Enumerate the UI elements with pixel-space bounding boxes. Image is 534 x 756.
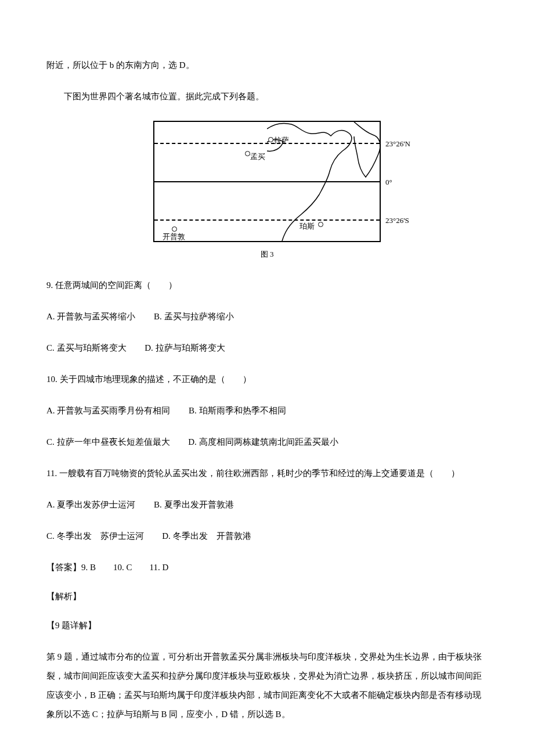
city-label-perth: 珀斯 [300, 221, 315, 233]
q11-options-row1: A. 夏季出发苏伊士运河 B. 夏季出发开普敦港 [46, 498, 488, 512]
lat-label-n: 23°26'N [385, 138, 410, 150]
world-map-box: 拉萨 孟买 珀斯 开普敦 [153, 121, 381, 242]
figure-caption: 图 3 [46, 249, 488, 261]
q9-option-a: A. 开普敦与孟买将缩小 [46, 309, 135, 323]
city-dot-mumbai [245, 151, 250, 156]
document-page: 附近，所以位于 b 的东南方向，选 D。 下图为世界四个著名城市位置。据此完成下… [0, 0, 534, 756]
q9-options-row2: C. 孟买与珀斯将变大 D. 拉萨与珀斯将变大 [46, 341, 488, 355]
question-10: 10. 关于四城市地理现象的描述，不正确的是（ ） A. 开普敦与孟买雨季月份有… [46, 372, 488, 449]
q10-stem: 10. 关于四城市地理现象的描述，不正确的是（ ） [46, 372, 488, 386]
q9-detail-body: 第 9 题，通过城市分布的位置，可分析出开普敦孟买分属非洲板块与印度洋板块，交界… [46, 647, 488, 724]
q9-option-c: C. 孟买与珀斯将变大 [46, 341, 127, 355]
tropic-capricorn-line [154, 219, 380, 221]
question-11: 11. 一艘载有百万吨物资的货轮从孟买出发，前往欧洲西部，耗时少的季节和经过的海… [46, 466, 488, 543]
city-dot-lhasa [268, 137, 273, 142]
question-9: 9. 任意两城间的空间距离（ ） A. 开普敦与孟买将缩小 B. 孟买与拉萨将缩… [46, 278, 488, 355]
q9-detail-heading: 【9 题详解】 [46, 618, 488, 632]
city-dot-perth [318, 222, 323, 227]
figure-intro-text: 下图为世界四个著名城市位置。据此完成下列各题。 [46, 89, 488, 103]
lat-label-eq: 0° [385, 177, 392, 189]
lat-label-s: 23°26'S [385, 215, 409, 227]
q11-options-row2: C. 冬季出发 苏伊士运河 D. 冬季出发 开普敦港 [46, 529, 488, 543]
q10-options-row2: C. 拉萨一年中昼夜长短差值最大 D. 高度相同两栋建筑南北间距孟买最小 [46, 435, 488, 449]
figure-3: 拉萨 孟买 珀斯 开普敦 23°26'N 0° 23°26'S 图 3 [46, 121, 488, 261]
q11-stem: 11. 一艘载有百万吨物资的货轮从孟买出发，前往欧洲西部，耗时少的季节和经过的海… [46, 466, 488, 480]
q10-options-row1: A. 开普敦与孟买雨季月份有相同 B. 珀斯雨季和热季不相同 [46, 404, 488, 417]
answers-line: 【答案】9. B 10. C 11. D [46, 560, 488, 574]
q10-option-a: A. 开普敦与孟买雨季月份有相同 [46, 404, 170, 417]
prev-answer-fragment: 附近，所以位于 b 的东南方向，选 D。 [46, 58, 488, 72]
q9-stem: 9. 任意两城间的空间距离（ ） [46, 278, 488, 292]
city-label-lhasa: 拉萨 [274, 135, 289, 147]
city-label-mumbai: 孟买 [250, 151, 265, 163]
q10-option-b: B. 珀斯雨季和热季不相同 [189, 404, 286, 417]
q11-option-c: C. 冬季出发 苏伊士运河 [46, 529, 144, 543]
q11-option-d: D. 冬季出发 开普敦港 [162, 529, 251, 543]
q11-option-b: B. 夏季出发开普敦港 [154, 498, 234, 512]
q9-option-b: B. 孟买与拉萨将缩小 [154, 309, 234, 323]
q11-option-a: A. 夏季出发苏伊士运河 [46, 498, 135, 512]
tropic-cancer-line [154, 143, 380, 144]
analysis-heading: 【解析】 [46, 589, 488, 603]
city-label-capetown: 开普敦 [163, 231, 185, 242]
q10-option-c: C. 拉萨一年中昼夜长短差值最大 [46, 435, 170, 449]
equator-line [154, 181, 380, 182]
q9-option-d: D. 拉萨与珀斯将变大 [145, 341, 225, 355]
q9-options-row1: A. 开普敦与孟买将缩小 B. 孟买与拉萨将缩小 [46, 309, 488, 323]
q10-option-d: D. 高度相同两栋建筑南北间距孟买最小 [188, 435, 338, 449]
